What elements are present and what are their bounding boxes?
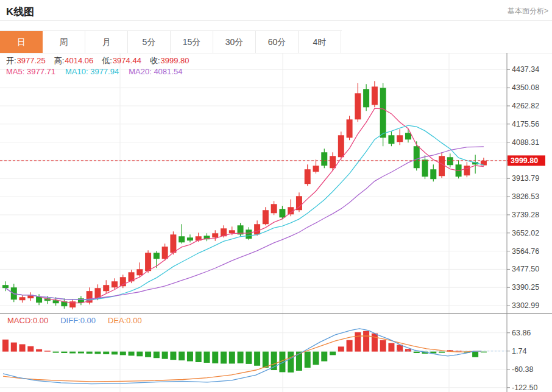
main-axis-label: 4350.08 [512, 83, 539, 92]
candle-body [321, 152, 327, 166]
candle-body [288, 207, 294, 214]
macd-bar [19, 345, 26, 352]
dea-readout: DEA:0.00 [108, 316, 142, 325]
macd-bar [414, 352, 420, 353]
macd-bar [221, 352, 227, 364]
macd-bar [263, 352, 269, 368]
dea-line [3, 336, 481, 382]
candle-body [212, 233, 218, 237]
candle-body [187, 237, 193, 240]
candle-body [355, 93, 361, 119]
ohlc-info-row: 开:3977.25 高:4014.06 低:3974.44 收:3999.80 [6, 55, 189, 66]
macd-bar [422, 352, 428, 354]
main-axis-label: 3739.28 [512, 211, 539, 219]
candle-body [111, 281, 118, 287]
macd-bar [447, 350, 453, 351]
macd-bar [321, 352, 327, 362]
candle-body [129, 272, 135, 281]
macd-bar [154, 352, 160, 359]
candle-body [44, 298, 51, 301]
ma10-readout: MA10: 3977.94 [65, 67, 119, 76]
candle-body [405, 133, 411, 139]
macd-bar [472, 352, 478, 357]
candle-body [238, 225, 244, 234]
macd-axis-label: -60.38 [512, 365, 533, 374]
macd-bar [27, 346, 34, 352]
candle-body [330, 156, 336, 168]
macd-bar [44, 351, 51, 351]
macd-bar [397, 345, 403, 351]
ohlc-open: 开:3977.25 [6, 55, 46, 66]
candle-body [2, 285, 9, 288]
macd-bar [11, 343, 17, 352]
macd-bar [196, 352, 202, 362]
macd-bar [111, 352, 118, 355]
ohlc-close: 收:3999.80 [150, 55, 189, 66]
ohlc-low: 低:3974.44 [102, 55, 141, 66]
candle-body [338, 135, 344, 157]
candle-body [397, 135, 403, 142]
candle-body [145, 253, 151, 271]
main-axis-label: 4088.31 [512, 138, 539, 147]
candle-body [254, 224, 260, 234]
main-axis-label: 3477.50 [512, 265, 539, 273]
macd-bar [179, 352, 185, 360]
macd-bar [439, 352, 445, 353]
last-price-badge [508, 155, 545, 166]
ma10-line [5, 125, 484, 300]
candle-body [36, 296, 42, 303]
ohlc-high: 高:4014.06 [54, 55, 94, 66]
macd-readout: MACD:0.00 [7, 316, 48, 325]
macd-bar [78, 352, 84, 354]
candle-body [447, 157, 453, 165]
candle-body [363, 89, 369, 107]
macd-bar [347, 340, 353, 352]
ma5-line [5, 108, 484, 303]
candle-body [472, 162, 478, 164]
candle-body [388, 135, 394, 144]
chart-area[interactable]: 4437.344350.084262.824175.564088.313913.… [0, 0, 552, 392]
macd-bar [481, 352, 487, 352]
macd-bar [212, 352, 218, 363]
candle-body [203, 236, 210, 239]
macd-bar [61, 352, 67, 353]
macd-bar [238, 352, 244, 363]
macd-bar [372, 334, 378, 352]
candle-body [61, 301, 67, 306]
macd-bar [456, 351, 462, 351]
candle-body [221, 228, 227, 236]
candle-body [27, 295, 34, 298]
macd-bar [162, 352, 168, 359]
macd-axis-label: 63.86 [512, 329, 531, 337]
macd-bar [203, 352, 210, 363]
main-axis-label: 3826.53 [512, 192, 539, 201]
candle-body [305, 169, 311, 184]
diff-readout: DIFF:0.00 [60, 316, 96, 325]
macd-bar [271, 352, 277, 370]
macd-bar [229, 352, 235, 364]
candle-body [246, 229, 252, 239]
macd-bar [388, 343, 394, 352]
last-price-label: 3999.80 [511, 156, 538, 165]
ma20-line [5, 147, 484, 300]
macd-bar [380, 340, 386, 352]
macd-bar [313, 352, 319, 365]
macd-bar [53, 352, 59, 353]
macd-bar [355, 332, 361, 352]
macd-axis-label: 1.74 [512, 347, 526, 355]
candle-body [120, 277, 126, 286]
candle-body [87, 291, 93, 303]
candle-body [19, 297, 26, 300]
macd-bar [145, 352, 151, 357]
macd-info-row: MACD:0.00 DIFF:0.00 DEA:0.00 [7, 316, 142, 325]
candle-body [11, 287, 17, 299]
candle-body [162, 247, 168, 259]
candle-body [229, 230, 235, 233]
main-axis-label: 3390.25 [512, 283, 539, 292]
candle-body [136, 269, 143, 275]
macd-bar [94, 352, 101, 354]
candle-body [456, 164, 462, 177]
candle-body [430, 169, 436, 179]
macd-bar [288, 352, 294, 373]
macd-bar [120, 352, 126, 355]
